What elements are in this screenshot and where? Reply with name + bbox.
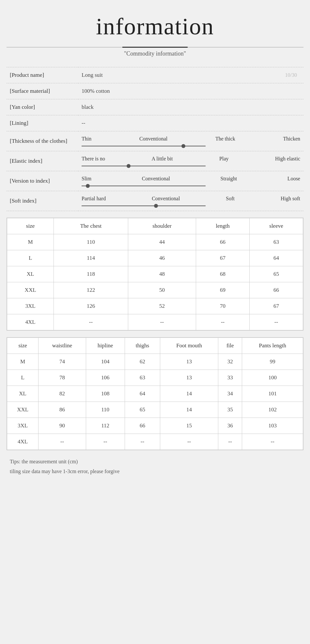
table-header-cell: The chest [54, 218, 128, 234]
table-cell: 108 [86, 386, 125, 402]
table-cell: 14 [160, 386, 218, 402]
info-label: [Product name] [7, 67, 78, 83]
table-cell: -- [160, 434, 218, 450]
table-cell: M [7, 354, 39, 370]
slider-label: Slim [82, 176, 91, 182]
table-cell: 68 [196, 266, 250, 282]
table-cell: -- [86, 434, 125, 450]
table-cell: XL [7, 386, 39, 402]
table-cell: 90 [39, 418, 86, 434]
slider-track [82, 166, 206, 166]
info-row: [Product name]Long suit10/30 [7, 67, 303, 83]
info-value: ThinConventionalThe thickThicken [78, 131, 303, 151]
table-header-cell: Foot mouth [160, 338, 218, 354]
table-cell: 118 [54, 266, 128, 282]
table-cell: 66 [196, 234, 250, 250]
table-cell: M [7, 234, 54, 250]
info-label: [Yan color] [7, 99, 78, 115]
slider-labels: ThinConventionalThe thickThicken [82, 136, 300, 142]
table-cell: 48 [128, 266, 196, 282]
info-row: [Elastic index]There is noA little bitPl… [7, 151, 303, 171]
table-cell: L [7, 370, 39, 386]
size-table-1-wrapper: sizeThe chestshoulderlengthsleeve M11044… [7, 218, 303, 331]
table-cell: 13 [160, 370, 218, 386]
slider-container: SlimConventionalStraightLoose [82, 176, 300, 186]
table-cell: 114 [54, 250, 128, 266]
table-cell: -- [54, 314, 128, 330]
slider-label: Thin [82, 136, 91, 142]
tip-2: tiling size data may have 1-3cm error, p… [7, 467, 303, 476]
product-info-table: [Product name]Long suit10/30[Surface mat… [7, 67, 303, 211]
slider-track [82, 146, 206, 146]
table-header-cell: length [196, 218, 250, 234]
slider-label: Conventional [152, 196, 180, 202]
table-cell: 110 [86, 402, 125, 418]
table-cell: -- [125, 434, 160, 450]
table-row: L114466764 [7, 250, 303, 266]
table-cell: 35 [218, 402, 242, 418]
table-cell: 15 [160, 418, 218, 434]
table-cell: 4XL [7, 314, 54, 330]
table-header-cell: hipline [86, 338, 125, 354]
info-value: -- [78, 115, 303, 131]
table-cell: 69 [196, 282, 250, 298]
table-row: M110446663 [7, 234, 303, 250]
info-row: [Lining]-- [7, 115, 303, 131]
slider-label: Loose [287, 176, 300, 182]
slider-label: Play [219, 156, 228, 162]
table-header-row: sizewaistlinehiplinethighsFoot mouthfile… [7, 338, 303, 354]
table-header-cell: thighs [125, 338, 160, 354]
table-cell: 62 [125, 354, 160, 370]
divider [7, 47, 303, 48]
info-value: Long suit10/30 [78, 67, 303, 83]
table-cell: 64 [250, 250, 303, 266]
table-row: XXL86110651435102 [7, 402, 303, 418]
info-value: Partial hardConventionalSoftHigh soft [78, 191, 303, 211]
table-cell: 122 [54, 282, 128, 298]
table-header-cell: file [218, 338, 242, 354]
table-cell: 33 [218, 370, 242, 386]
tip-1: Tips: the measurement unit (cm) [7, 457, 303, 467]
slider-label: A little bit [152, 156, 173, 162]
table-header-cell: sleeve [250, 218, 303, 234]
slider-label: High soft [281, 196, 300, 202]
table-cell: 36 [218, 418, 242, 434]
slider-label: There is no [82, 156, 105, 162]
page-title: information [7, 13, 303, 40]
table-cell: 44 [128, 234, 196, 250]
slider-label: Straight [221, 176, 237, 182]
table-cell: XXL [7, 282, 54, 298]
info-label: [Elastic index] [7, 151, 78, 171]
page: information "Commodity information" [Pro… [0, 0, 310, 489]
info-value: SlimConventionalStraightLoose [78, 171, 303, 191]
info-value: black [78, 99, 303, 115]
table-cell: XXL [7, 402, 39, 418]
info-value: 100% cotton [78, 83, 303, 99]
table-cell: -- [218, 434, 242, 450]
table-row: 4XL------------ [7, 434, 303, 450]
table-cell: 63 [125, 370, 160, 386]
table-cell: -- [39, 434, 86, 450]
table-row: 3XL90112661536103 [7, 418, 303, 434]
table-cell: 67 [250, 298, 303, 314]
table-cell: 65 [250, 266, 303, 282]
table-cell: 78 [39, 370, 86, 386]
table-cell: 110 [54, 234, 128, 250]
info-label: [Lining] [7, 115, 78, 131]
info-row: [Surface material]100% cotton [7, 83, 303, 99]
slider-label: Thicken [283, 136, 300, 142]
slider-labels: SlimConventionalStraightLoose [82, 176, 300, 182]
table-cell: 101 [242, 386, 303, 402]
slider-dot [86, 184, 90, 188]
size-table-2: sizewaistlinehiplinethighsFoot mouthfile… [7, 338, 303, 450]
slider-labels: There is noA little bitPlayHigh elastic [82, 156, 300, 162]
slider-dot [181, 144, 185, 148]
slider-label: Soft [226, 196, 235, 202]
info-label: [Soft index] [7, 191, 78, 211]
slider-container: ThinConventionalThe thickThicken [82, 136, 300, 146]
slider-labels: Partial hardConventionalSoftHigh soft [82, 196, 300, 202]
tips-section: Tips: the measurement unit (cm) tiling s… [7, 457, 303, 476]
table-cell: 63 [250, 234, 303, 250]
table-cell: 4XL [7, 434, 39, 450]
table-cell: 70 [196, 298, 250, 314]
